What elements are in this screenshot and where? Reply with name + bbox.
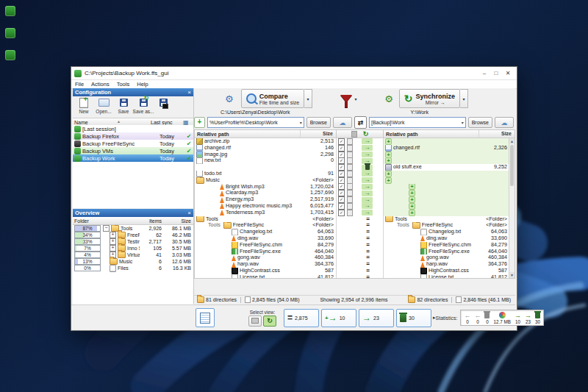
middle-grid-cell[interactable]: = <box>337 229 384 235</box>
config-row[interactable]: Backup WorkToday✔ <box>73 154 193 162</box>
file-row[interactable]: Tenderness.mp31,703,415✓→+ <box>195 210 509 216</box>
config-save-button[interactable]: Save <box>114 97 133 114</box>
include-checkbox[interactable]: ✓ <box>338 203 345 210</box>
include-checkbox[interactable]: ✓ <box>338 164 345 171</box>
left-grid-cell[interactable]: License.txt41,812 <box>195 274 337 278</box>
synchronize-dropdown-button[interactable]: ▾ <box>460 89 468 108</box>
file-row[interactable]: image.jpg2,298✓→+ <box>195 152 509 158</box>
middle-grid-cell[interactable]: ✓→ <box>337 152 384 158</box>
left-browse-button[interactable]: Browse <box>306 117 331 128</box>
include-checkbox[interactable]: ✓ <box>338 196 345 203</box>
view-filter-create-right-button[interactable]: +→10 <box>321 309 356 327</box>
file-row[interactable]: ToolsFreeFileSync<Folder>=ToolsFreeFileS… <box>195 222 509 229</box>
file-row[interactable]: changed.rtf146✓→changed.rtf2,326 <box>195 145 509 152</box>
size-column-header[interactable]: Size <box>162 218 193 224</box>
create-right-action-icon[interactable]: → <box>362 190 373 196</box>
include-checkbox[interactable]: ✓ <box>338 157 345 164</box>
left-folder-dropdown-icon[interactable]: ▾ <box>300 120 302 125</box>
file-row[interactable]: Clearday.mp31,257,690✓→+ <box>195 190 509 196</box>
overview-row[interactable]: 0%Files616.3 KB <box>73 265 193 271</box>
file-row[interactable]: Tools<Folder>=Tools<Folder> <box>195 216 509 223</box>
right-grid-cell[interactable]: License.txt41,812 <box>384 274 509 278</box>
left-grid-cell[interactable]: image.jpg2,298 <box>195 152 337 158</box>
folder-column-header[interactable]: Folder <box>73 218 104 224</box>
config-row[interactable]: Backup FreeFileSyncToday✔ <box>73 140 193 147</box>
compare-button[interactable]: Compare File time and size <box>241 89 304 108</box>
filter-dropdown-button[interactable]: ▾ <box>352 90 359 107</box>
right-grid-cell[interactable]: + <box>384 177 509 184</box>
file-row[interactable]: License.txt41,812=License.txt41,812 <box>195 274 509 278</box>
right-grid-cell[interactable]: + <box>384 210 509 216</box>
minimize-button[interactable]: – <box>478 70 490 76</box>
menu-item-file[interactable]: File <box>71 81 87 88</box>
middle-grid-cell[interactable]: = <box>337 261 384 268</box>
category-view-button[interactable] <box>248 316 262 327</box>
create-right-action-icon[interactable]: → <box>362 184 373 190</box>
left-grid-cell[interactable]: gong.wav460,384 <box>195 254 337 261</box>
left-grid-cell[interactable]: Tenderness.mp31,703,415 <box>195 210 337 216</box>
left-grid-cell[interactable]: Music<Folder> <box>195 177 337 184</box>
compare-dropdown-button[interactable]: ▾ <box>304 89 312 108</box>
middle-grid-cell[interactable]: = <box>337 254 384 261</box>
right-grid-cell[interactable]: Changelog.txt64,063 <box>384 229 509 235</box>
scrollbar-thumb[interactable] <box>510 145 514 186</box>
left-grid-cell[interactable]: FreeFileSync.chm84,279 <box>195 242 337 249</box>
right-grid-cell[interactable]: + <box>384 171 509 177</box>
right-grid-cell[interactable]: old stuff.exe9,252 <box>384 164 509 171</box>
overview-close-icon[interactable]: × <box>187 210 191 216</box>
middle-grid-cell[interactable]: ✓→ <box>337 210 384 216</box>
middle-grid-cell[interactable]: = <box>337 216 384 223</box>
left-cloud-button[interactable]: ☁ <box>333 117 352 128</box>
config-row[interactable]: Backup FirefoxToday✔ <box>73 132 193 140</box>
open-log-button[interactable] <box>196 308 215 327</box>
right-grid-cell[interactable]: + <box>384 138 509 145</box>
maximize-button[interactable]: □ <box>490 70 502 76</box>
right-grid-cell[interactable]: harp.wav364,376 <box>384 261 509 268</box>
compare-settings-gear-icon[interactable]: ⚙ <box>225 94 234 104</box>
middle-grid-cell[interactable]: = <box>337 274 384 278</box>
file-row[interactable]: gong.wav460,384=gong.wav460,384 <box>195 254 509 261</box>
right-grid-cell[interactable]: gong.wav460,384 <box>384 254 509 261</box>
right-grid-cell[interactable]: Tools<Folder> <box>384 216 509 223</box>
left-relative-path-header[interactable]: Relative path <box>195 132 300 137</box>
sync-direction-column-icon[interactable]: ↻ <box>363 130 369 138</box>
left-grid-cell[interactable]: Bright Wish.mp31,720,024 <box>195 184 337 190</box>
file-row[interactable]: ding.wav33,690=ding.wav33,690 <box>195 235 509 242</box>
right-grid-cell[interactable]: + <box>384 203 509 210</box>
add-folder-pair-button[interactable]: + <box>194 117 205 128</box>
file-row[interactable]: todo.txt91✓→+ <box>195 171 509 177</box>
create-right-action-icon[interactable]: → <box>362 152 373 157</box>
overview-row[interactable]: 34%+FreeFileSync6246.2 MB <box>73 232 193 238</box>
view-filter-delete-right-button[interactable]: 30 <box>396 309 431 327</box>
file-row[interactable]: Energy.mp32,517,919✓→+ <box>195 196 509 203</box>
title-bar[interactable]: C:\Projects\Backup Work.ffs_gui – □ ✕ <box>71 67 517 80</box>
menu-item-help[interactable]: Help <box>133 81 151 88</box>
left-folder-input[interactable]: %UserProfile%\Desktop\Work ▾ <box>207 117 304 128</box>
middle-grid-cell[interactable]: ✓→ <box>337 157 384 164</box>
middle-grid-cell[interactable]: = <box>337 222 384 229</box>
view-filter-equal-button[interactable]: =2,875 <box>284 309 319 327</box>
right-size-header[interactable]: Size <box>478 130 514 138</box>
include-checkbox[interactable]: ✓ <box>338 145 345 152</box>
items-column-header[interactable]: Items <box>140 218 162 224</box>
config-batch-button[interactable] <box>154 97 173 109</box>
desktop-shortcut[interactable] <box>5 6 15 16</box>
name-column-header[interactable]: Name ▲ <box>73 120 149 125</box>
include-checkbox[interactable]: ✓ <box>338 171 345 177</box>
configuration-close-icon[interactable]: × <box>187 89 191 96</box>
right-relative-path-header[interactable]: Relative path <box>384 132 478 137</box>
left-grid-cell[interactable]: ding.wav33,690 <box>195 235 337 242</box>
include-checkbox[interactable]: ✓ <box>338 152 345 158</box>
right-grid-cell[interactable]: + <box>384 157 509 164</box>
update-right-action-icon[interactable]: → <box>362 145 373 151</box>
right-folder-dropdown-icon[interactable]: ▾ <box>462 120 464 125</box>
expand-toggle-icon[interactable]: + <box>110 232 116 238</box>
middle-grid-cell[interactable]: ✓→ <box>337 177 384 184</box>
file-row[interactable]: Bright Wish.mp31,720,024✓→+ <box>195 184 509 190</box>
equal-icon[interactable]: = <box>366 274 370 278</box>
right-cloud-button[interactable]: ☁ <box>495 117 514 128</box>
right-grid-cell[interactable]: changed.rtf2,326 <box>384 145 509 152</box>
include-checkbox[interactable]: ✓ <box>338 190 345 196</box>
overview-row[interactable]: 33%+Testing2,71730.5 MB <box>73 238 193 245</box>
middle-grid-cell[interactable]: = <box>337 268 384 274</box>
